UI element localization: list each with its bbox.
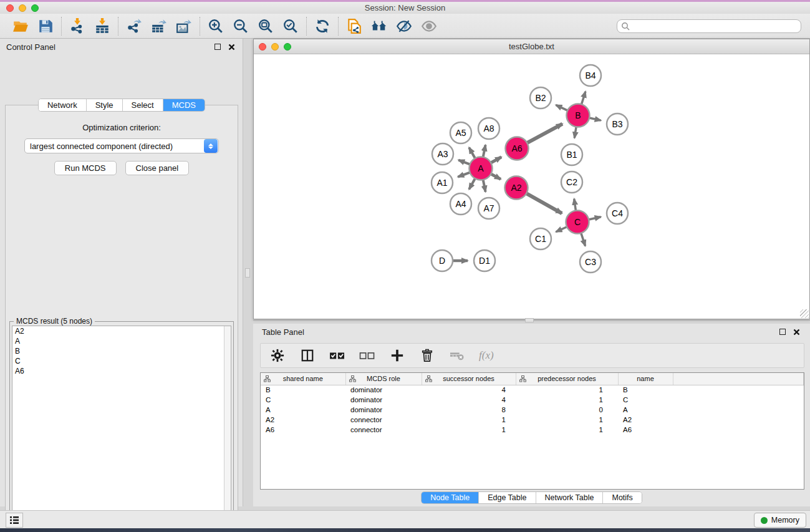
edge-C-C3[interactable] — [581, 233, 585, 246]
mcds-result-item[interactable]: A2 — [12, 326, 231, 336]
zoom-selected-icon[interactable] — [282, 18, 299, 34]
column-header-shared-name[interactable]: shared name — [261, 373, 345, 385]
network-canvas[interactable]: B4B2BB3A8A5A6A3B1AC2A1A2A4A7C4CC1C3DD1 — [254, 54, 809, 319]
node-A[interactable]: A — [470, 157, 493, 180]
edge-A-A3[interactable] — [458, 160, 470, 165]
table-cell[interactable]: A6 — [261, 425, 345, 435]
select-all-icon[interactable] — [329, 347, 345, 364]
table-cell[interactable]: 1 — [422, 425, 516, 435]
table-cell[interactable]: A2 — [618, 415, 673, 425]
export-image-icon[interactable] — [176, 18, 192, 34]
mcds-result-item[interactable]: C — [12, 356, 231, 366]
run-mcds-button[interactable]: Run MCDS — [54, 161, 117, 175]
edge-A6-B[interactable] — [526, 124, 562, 143]
table-cell[interactable]: 0 — [516, 405, 618, 415]
tab-select[interactable]: Select — [123, 99, 163, 111]
edge-A-A6[interactable] — [490, 157, 501, 163]
column-header-successor-nodes[interactable]: successor nodes — [422, 373, 516, 385]
node-C2[interactable]: C2 — [561, 172, 582, 193]
table-cell[interactable]: 4 — [422, 385, 516, 395]
node-A2[interactable]: A2 — [505, 177, 528, 200]
table-cell[interactable]: dominator — [345, 385, 422, 395]
criterion-select[interactable]: largest connected component (directed) — [24, 138, 219, 153]
mcds-result-item[interactable]: A — [12, 336, 231, 346]
memory-button[interactable]: Memory — [754, 513, 806, 528]
table-row[interactable]: A2connector11A2 — [261, 415, 804, 425]
table-cell[interactable]: C — [618, 395, 673, 405]
tab-motifs[interactable]: Motifs — [603, 492, 641, 503]
table-cell[interactable]: 1 — [516, 385, 618, 395]
table-cell[interactable]: 1 — [516, 425, 618, 435]
close-table-panel-icon[interactable] — [791, 327, 801, 337]
tab-network[interactable]: Network — [39, 99, 87, 111]
table-cell[interactable]: A — [261, 405, 345, 415]
edge-A-A8[interactable] — [483, 145, 485, 157]
delete-icon[interactable] — [419, 347, 435, 364]
table-cell[interactable]: connector — [345, 425, 422, 435]
open-session-icon[interactable] — [12, 18, 29, 34]
table-cell[interactable]: A6 — [618, 425, 673, 435]
task-history-icon[interactable] — [6, 513, 23, 528]
table-cell[interactable]: C — [261, 395, 345, 405]
table-row[interactable]: Bdominator41B — [261, 385, 804, 395]
table-cell[interactable]: 1 — [516, 395, 618, 405]
refresh-icon[interactable] — [314, 18, 330, 34]
edge-B-B3[interactable] — [589, 118, 601, 120]
tab-style[interactable]: Style — [87, 99, 123, 111]
close-panel-button[interactable]: Close panel — [125, 161, 190, 175]
edge-A-A7[interactable] — [483, 179, 485, 191]
add-column-icon[interactable] — [389, 347, 405, 364]
column-header-name[interactable]: name — [618, 373, 673, 385]
table-cell[interactable]: 8 — [422, 405, 516, 415]
mcds-result-item[interactable]: B — [12, 346, 231, 356]
edge-A-A5[interactable] — [469, 148, 475, 159]
edge-B-B4[interactable] — [581, 92, 586, 105]
hide-graphics-details-icon[interactable] — [396, 18, 412, 34]
delete-table-icon[interactable] — [449, 347, 465, 364]
node-C3[interactable]: C3 — [580, 251, 601, 273]
table-row[interactable]: Adominator80A — [261, 405, 804, 415]
node-B4[interactable]: B4 — [580, 65, 601, 86]
zoom-out-icon[interactable] — [233, 18, 249, 34]
birds-eye-view-icon[interactable] — [421, 18, 437, 34]
close-panel-icon[interactable] — [226, 42, 236, 52]
table-row[interactable]: A6connector11A6 — [261, 425, 804, 435]
tab-network-table[interactable]: Network Table — [536, 492, 604, 503]
import-table-icon[interactable] — [94, 18, 110, 34]
float-table-panel-icon[interactable] — [778, 327, 788, 337]
edge-C-C1[interactable] — [556, 226, 568, 231]
import-network-icon[interactable] — [69, 18, 85, 34]
node-D[interactable]: D — [432, 250, 453, 271]
mcds-result-list[interactable]: A2ABCA6 — [12, 326, 231, 532]
node-table[interactable]: shared nameMCDS rolesuccessor nodesprede… — [260, 372, 804, 490]
duplicate-network-icon[interactable] — [346, 18, 362, 34]
node-B1[interactable]: B1 — [561, 144, 582, 165]
table-cell[interactable]: 4 — [422, 395, 516, 405]
deselect-all-icon[interactable] — [359, 347, 375, 364]
node-A4[interactable]: A4 — [450, 193, 471, 215]
edge-A-A1[interactable] — [458, 172, 470, 177]
horizontal-splitter-grip[interactable] — [525, 318, 534, 322]
column-header-predecessor-nodes[interactable]: predecessor nodes — [516, 373, 618, 385]
export-table-icon[interactable] — [151, 18, 167, 34]
float-panel-icon[interactable] — [213, 42, 223, 52]
table-cell[interactable]: A2 — [261, 415, 345, 425]
table-cell[interactable]: A — [618, 405, 673, 415]
table-row[interactable]: Cdominator41C — [261, 395, 804, 405]
table-cell[interactable]: B — [618, 385, 673, 395]
node-B3[interactable]: B3 — [607, 114, 628, 135]
table-cell[interactable]: B — [261, 385, 345, 395]
node-D1[interactable]: D1 — [474, 250, 495, 271]
function-builder-icon[interactable]: f(x) — [479, 349, 494, 362]
table-cell[interactable]: connector — [345, 415, 422, 425]
node-C1[interactable]: C1 — [530, 228, 551, 249]
export-network-icon[interactable] — [126, 18, 142, 34]
edge-A2-C[interactable] — [526, 193, 562, 213]
table-cell[interactable]: 1 — [516, 415, 618, 425]
result-list-scrollbar[interactable] — [224, 326, 231, 532]
zoom-in-icon[interactable] — [208, 18, 224, 34]
search-input[interactable] — [617, 19, 801, 33]
node-A3[interactable]: A3 — [432, 143, 453, 165]
gear-icon[interactable] — [269, 347, 286, 364]
tab-edge-table[interactable]: Edge Table — [479, 492, 536, 503]
